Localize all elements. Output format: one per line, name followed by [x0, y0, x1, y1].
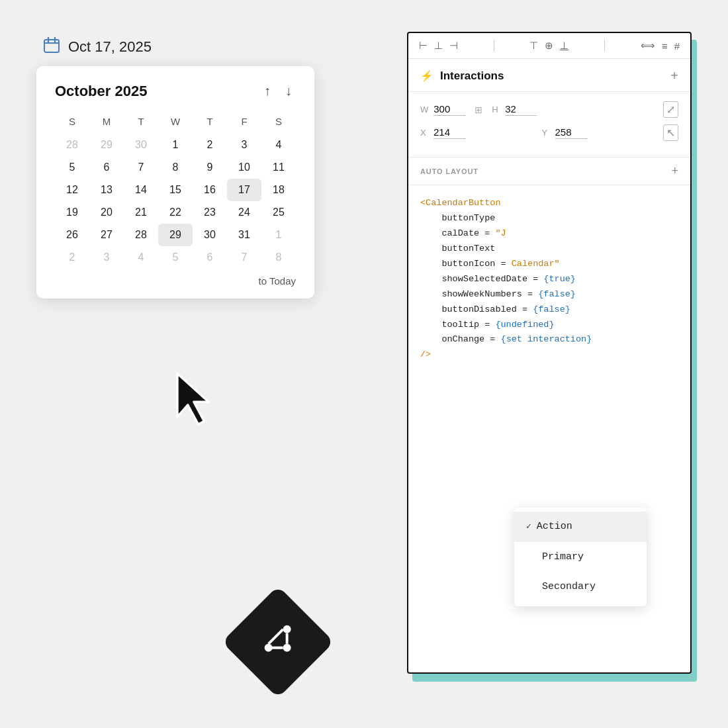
interactions-left: ⚡ Interactions — [420, 69, 504, 83]
cal-cell[interactable]: 5 — [55, 156, 89, 179]
cal-cell[interactable]: 12 — [55, 179, 89, 201]
cal-cell[interactable]: 3 — [227, 134, 261, 156]
cal-cell[interactable]: 27 — [89, 224, 124, 246]
cal-cell[interactable]: 29 — [89, 134, 124, 156]
code-line-disabled: buttonDisabled = {false} — [420, 302, 678, 318]
cal-cell[interactable]: 2 — [193, 134, 227, 156]
code-prop-onchange: onChange = — [420, 334, 501, 344]
dims-row-xy: X 214 Y 258 ↖ — [420, 124, 678, 141]
dropdown-item-action[interactable]: ✓ Action — [514, 512, 647, 542]
interactions-label: Interactions — [440, 69, 504, 83]
cal-cell[interactable]: 13 — [89, 179, 124, 201]
day-header-t2: T — [193, 112, 227, 134]
cal-cell[interactable]: 8 — [261, 246, 296, 269]
align-right-icon[interactable]: ⊣ — [449, 40, 458, 52]
code-val-onchange: {set interaction} — [501, 334, 592, 344]
cal-cell[interactable]: 3 — [89, 246, 124, 269]
code-line-caldate: calDate = "J — [420, 226, 678, 242]
cal-cell[interactable]: 6 — [193, 246, 227, 269]
h-value[interactable]: 32 — [505, 103, 537, 116]
bolt-icon: ⚡ — [420, 69, 433, 82]
cal-cell[interactable]: 9 — [193, 156, 227, 179]
cal-cell[interactable]: 11 — [261, 156, 296, 179]
cal-cell[interactable]: 2 — [55, 246, 89, 269]
cal-cell[interactable]: 6 — [89, 156, 124, 179]
prev-month-button[interactable]: ↑ — [260, 82, 275, 100]
next-month-button[interactable]: ↓ — [281, 82, 296, 100]
calendar-icon — [43, 36, 60, 58]
align-top-icon[interactable]: ⊤ — [529, 40, 538, 52]
cal-cell[interactable]: 22 — [158, 201, 193, 224]
cal-cell[interactable]: 19 — [55, 201, 89, 224]
dims-row-wh: W 300 ⊞ H 32 ⤢ — [420, 101, 678, 118]
dropdown-item-secondary[interactable]: Secondary — [514, 572, 647, 602]
distribute-v-icon[interactable]: ≡ — [662, 40, 668, 52]
cal-cell[interactable]: 15 — [158, 179, 193, 201]
cal-cell[interactable]: 20 — [89, 201, 124, 224]
cal-cell[interactable]: 4 — [124, 246, 158, 269]
cal-cell[interactable]: 23 — [193, 201, 227, 224]
cal-cell[interactable]: 10 — [227, 156, 261, 179]
cal-cell[interactable]: 25 — [261, 201, 296, 224]
distribute-h-icon[interactable]: ⟺ — [641, 40, 655, 52]
align-middle-icon[interactable]: ⊕ — [545, 40, 553, 52]
code-val-buttonicon: Calendar — [512, 259, 555, 269]
cal-cell[interactable]: 1 — [261, 224, 296, 246]
align-bottom-icon[interactable]: ⊥ — [560, 40, 569, 52]
cal-cell[interactable]: 1 — [158, 134, 193, 156]
cal-cell[interactable]: 5 — [158, 246, 193, 269]
cal-cell[interactable]: 16 — [193, 179, 227, 201]
align-center-h-icon[interactable]: ⊥ — [434, 40, 443, 52]
checkmark-icon: ✓ — [526, 520, 531, 534]
interactions-add-button[interactable]: + — [670, 68, 678, 83]
resize-corner-icon[interactable]: ⤢ — [663, 101, 678, 118]
cal-cell-selected[interactable]: 17 — [227, 179, 261, 201]
cal-cell[interactable]: 26 — [55, 224, 89, 246]
y-value[interactable]: 258 — [555, 126, 587, 139]
toolbar-separator-2 — [604, 40, 605, 52]
day-header-m: M — [89, 112, 124, 134]
cal-cell[interactable]: 7 — [227, 246, 261, 269]
code-line-tooltip: tooltip = {undefined} — [420, 318, 678, 333]
code-line-showdate: showSelectedDate = {true} — [420, 272, 678, 287]
interactions-section: ⚡ Interactions + — [408, 59, 690, 92]
calendar-popup: October 2025 ↑ ↓ S M T W T F S 28 29 30 … — [36, 66, 314, 298]
cal-cell[interactable]: 8 — [158, 156, 193, 179]
code-prop-caldate: calDate = — [420, 228, 495, 238]
code-section: <CalendarButton buttonType calDate = "J … — [408, 185, 690, 373]
cal-cell[interactable]: 31 — [227, 224, 261, 246]
auto-layout-section: AUTO LAYOUT + — [408, 158, 690, 185]
cal-cell[interactable]: 4 — [261, 134, 296, 156]
position-icon[interactable]: ↖ — [663, 124, 678, 141]
cal-cell[interactable]: 14 — [124, 179, 158, 201]
cal-cell[interactable]: 30 — [193, 224, 227, 246]
to-today-link[interactable]: to Today — [259, 275, 296, 287]
dropdown-item-primary[interactable]: Primary — [514, 542, 647, 572]
code-prop-disabled: buttonDisabled = — [420, 304, 533, 314]
cal-cell[interactable]: 28 — [55, 134, 89, 156]
svg-marker-4 — [177, 374, 208, 425]
right-panel: ⊢ ⊥ ⊣ ⊤ ⊕ ⊥ ⟺ ≡ # ⚡ Interactions + W 300… — [407, 32, 692, 674]
code-prop-buttonicon: buttonIcon = — [420, 259, 512, 269]
dropdown-label-action: Action — [537, 518, 572, 535]
code-val-showdate: {true} — [543, 274, 576, 284]
cal-cell[interactable]: 30 — [124, 134, 158, 156]
x-value[interactable]: 214 — [433, 126, 465, 139]
auto-layout-add-button[interactable]: + — [671, 164, 678, 178]
toolbar-distribute-group: ⊤ ⊕ ⊥ — [529, 40, 569, 52]
link-icon: ⊞ — [475, 105, 482, 115]
code-tag-close: /> — [420, 349, 431, 359]
grid-icon[interactable]: # — [674, 40, 680, 52]
cal-cell-29[interactable]: 29 — [158, 224, 193, 246]
cal-cell[interactable]: 28 — [124, 224, 158, 246]
cal-cell[interactable]: 21 — [124, 201, 158, 224]
selected-date-label: Oct 17, 2025 — [68, 38, 152, 56]
align-left-icon[interactable]: ⊢ — [419, 40, 428, 52]
cal-cell[interactable]: 24 — [227, 201, 261, 224]
cal-cell[interactable]: 18 — [261, 179, 296, 201]
cal-cell[interactable]: 7 — [124, 156, 158, 179]
code-val-showweek: {false} — [538, 289, 576, 299]
w-value[interactable]: 300 — [433, 103, 465, 116]
code-val-caldate: "J — [495, 228, 506, 238]
code-line-buttontext: buttonText — [420, 242, 678, 257]
